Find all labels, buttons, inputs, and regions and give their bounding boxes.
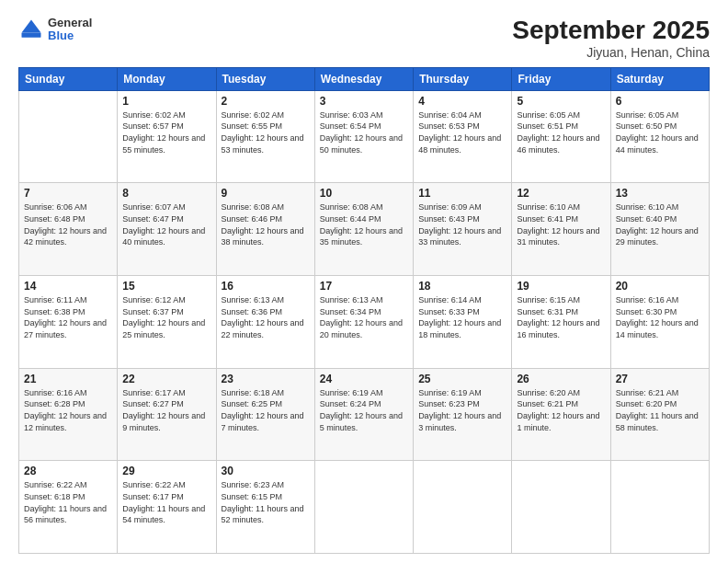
calendar-cell: 17Sunrise: 6:13 AM Sunset: 6:34 PM Dayli… [314,276,413,369]
calendar-cell: 12Sunrise: 6:10 AM Sunset: 6:41 PM Dayli… [512,183,610,276]
header-friday: Friday [512,67,610,90]
day-number: 28 [24,465,112,477]
calendar-week-row: 1Sunrise: 6:02 AM Sunset: 6:57 PM Daylig… [19,90,710,183]
day-number: 4 [418,95,506,108]
logo-general: General [48,17,92,29]
calendar-cell: 16Sunrise: 6:13 AM Sunset: 6:36 PM Dayli… [216,276,314,369]
calendar-cell: 28Sunrise: 6:22 AM Sunset: 6:18 PM Dayli… [19,461,118,554]
calendar-week-row: 14Sunrise: 6:11 AM Sunset: 6:38 PM Dayli… [19,276,710,369]
day-number: 7 [24,187,112,200]
calendar-cell: 23Sunrise: 6:18 AM Sunset: 6:25 PM Dayli… [216,368,314,461]
day-number: 21 [24,373,112,385]
day-info: Sunrise: 6:22 AM Sunset: 6:18 PM Dayligh… [24,479,112,525]
calendar-cell [414,461,512,554]
day-number: 23 [222,373,310,385]
day-info: Sunrise: 6:16 AM Sunset: 6:28 PM Dayligh… [24,387,112,433]
calendar-cell: 20Sunrise: 6:16 AM Sunset: 6:30 PM Dayli… [610,276,709,369]
day-info: Sunrise: 6:02 AM Sunset: 6:57 PM Dayligh… [122,109,210,155]
day-number: 1 [122,95,210,108]
calendar-cell: 18Sunrise: 6:14 AM Sunset: 6:33 PM Dayli… [414,276,512,369]
day-number: 10 [320,187,408,200]
day-info: Sunrise: 6:10 AM Sunset: 6:41 PM Dayligh… [517,201,605,247]
calendar-cell [19,90,118,183]
calendar-cell: 1Sunrise: 6:02 AM Sunset: 6:57 PM Daylig… [118,90,216,183]
calendar-header-row: SundayMondayTuesdayWednesdayThursdayFrid… [19,67,710,90]
page-subtitle: Jiyuan, Henan, China [512,45,710,60]
svg-marker-0 [22,20,41,33]
calendar-week-row: 21Sunrise: 6:16 AM Sunset: 6:28 PM Dayli… [19,368,710,461]
day-info: Sunrise: 6:09 AM Sunset: 6:43 PM Dayligh… [418,201,506,247]
calendar-cell: 27Sunrise: 6:21 AM Sunset: 6:20 PM Dayli… [610,368,709,461]
day-info: Sunrise: 6:23 AM Sunset: 6:15 PM Dayligh… [222,479,310,525]
day-info: Sunrise: 6:17 AM Sunset: 6:27 PM Dayligh… [122,387,210,433]
calendar-cell: 8Sunrise: 6:07 AM Sunset: 6:47 PM Daylig… [118,183,216,276]
day-number: 30 [222,465,310,477]
day-info: Sunrise: 6:11 AM Sunset: 6:38 PM Dayligh… [24,294,112,340]
day-number: 29 [122,465,210,477]
calendar-cell: 24Sunrise: 6:19 AM Sunset: 6:24 PM Dayli… [314,368,413,461]
calendar-cell: 26Sunrise: 6:20 AM Sunset: 6:21 PM Dayli… [512,368,610,461]
day-number: 8 [122,187,210,200]
calendar-cell: 22Sunrise: 6:17 AM Sunset: 6:27 PM Dayli… [118,368,216,461]
calendar-cell: 15Sunrise: 6:12 AM Sunset: 6:37 PM Dayli… [118,276,216,369]
calendar-week-row: 7Sunrise: 6:06 AM Sunset: 6:48 PM Daylig… [19,183,710,276]
logo-icon [18,17,44,42]
logo: General Blue [18,17,92,43]
day-info: Sunrise: 6:08 AM Sunset: 6:44 PM Dayligh… [320,201,408,247]
calendar-cell: 14Sunrise: 6:11 AM Sunset: 6:38 PM Dayli… [19,276,118,369]
calendar-cell: 7Sunrise: 6:06 AM Sunset: 6:48 PM Daylig… [19,183,118,276]
calendar-cell: 10Sunrise: 6:08 AM Sunset: 6:44 PM Dayli… [314,183,413,276]
day-number: 24 [320,373,408,385]
day-number: 18 [418,280,506,293]
day-number: 15 [122,280,210,293]
header-monday: Monday [118,67,216,90]
day-number: 25 [418,373,506,385]
day-info: Sunrise: 6:21 AM Sunset: 6:20 PM Dayligh… [616,387,704,433]
calendar-week-row: 28Sunrise: 6:22 AM Sunset: 6:18 PM Dayli… [19,461,710,554]
day-number: 16 [222,280,310,293]
calendar-table: SundayMondayTuesdayWednesdayThursdayFrid… [18,67,710,554]
page: General Blue September 2025 Jiyuan, Hena… [0,0,728,563]
logo-text: General Blue [48,17,92,43]
calendar-cell: 25Sunrise: 6:19 AM Sunset: 6:23 PM Dayli… [414,368,512,461]
header-tuesday: Tuesday [216,67,314,90]
day-info: Sunrise: 6:02 AM Sunset: 6:55 PM Dayligh… [222,109,310,155]
calendar-cell [314,461,413,554]
calendar-cell: 9Sunrise: 6:08 AM Sunset: 6:46 PM Daylig… [216,183,314,276]
header-wednesday: Wednesday [314,67,413,90]
day-info: Sunrise: 6:03 AM Sunset: 6:54 PM Dayligh… [320,109,408,155]
header-thursday: Thursday [414,67,512,90]
page-title: September 2025 [512,17,710,45]
day-info: Sunrise: 6:16 AM Sunset: 6:30 PM Dayligh… [616,294,704,340]
day-info: Sunrise: 6:04 AM Sunset: 6:53 PM Dayligh… [418,109,506,155]
day-info: Sunrise: 6:05 AM Sunset: 6:51 PM Dayligh… [517,109,605,155]
day-info: Sunrise: 6:20 AM Sunset: 6:21 PM Dayligh… [517,387,605,433]
day-info: Sunrise: 6:12 AM Sunset: 6:37 PM Dayligh… [122,294,210,340]
day-number: 12 [517,187,605,200]
calendar-cell: 13Sunrise: 6:10 AM Sunset: 6:40 PM Dayli… [610,183,709,276]
calendar-cell: 11Sunrise: 6:09 AM Sunset: 6:43 PM Dayli… [414,183,512,276]
day-number: 19 [517,280,605,293]
day-number: 9 [222,187,310,200]
day-number: 22 [122,373,210,385]
logo-blue: Blue [48,29,92,42]
calendar-cell: 30Sunrise: 6:23 AM Sunset: 6:15 PM Dayli… [216,461,314,554]
day-number: 6 [616,95,704,108]
header: General Blue September 2025 Jiyuan, Hena… [18,17,710,60]
calendar-cell [512,461,610,554]
day-info: Sunrise: 6:07 AM Sunset: 6:47 PM Dayligh… [122,201,210,247]
day-info: Sunrise: 6:19 AM Sunset: 6:24 PM Dayligh… [320,387,408,433]
calendar-cell: 21Sunrise: 6:16 AM Sunset: 6:28 PM Dayli… [19,368,118,461]
day-info: Sunrise: 6:14 AM Sunset: 6:33 PM Dayligh… [418,294,506,340]
header-sunday: Sunday [19,67,118,90]
day-info: Sunrise: 6:08 AM Sunset: 6:46 PM Dayligh… [222,201,310,247]
calendar-cell [610,461,709,554]
day-number: 13 [616,187,704,200]
day-info: Sunrise: 6:18 AM Sunset: 6:25 PM Dayligh… [222,387,310,433]
calendar-cell: 6Sunrise: 6:05 AM Sunset: 6:50 PM Daylig… [610,90,709,183]
day-number: 26 [517,373,605,385]
calendar-cell: 29Sunrise: 6:22 AM Sunset: 6:17 PM Dayli… [118,461,216,554]
day-number: 14 [24,280,112,293]
calendar-cell: 4Sunrise: 6:04 AM Sunset: 6:53 PM Daylig… [414,90,512,183]
calendar-cell: 5Sunrise: 6:05 AM Sunset: 6:51 PM Daylig… [512,90,610,183]
